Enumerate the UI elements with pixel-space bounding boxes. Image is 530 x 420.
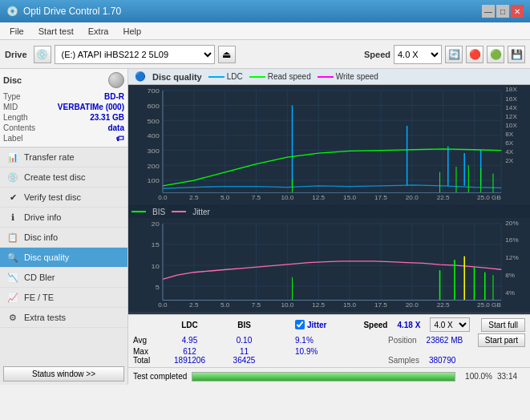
sidebar-item-extra-tests[interactable]: ⚙ Extra tests (0, 308, 127, 328)
stats-avg-row: Avg 4.95 0.10 9.1% Position 23862 MB Sta… (133, 333, 525, 347)
svg-text:16X: 16X (505, 95, 517, 102)
svg-rect-60 (128, 218, 530, 312)
menu-extra[interactable]: Extra (82, 25, 115, 38)
verify-test-label: Verify test disc (24, 192, 81, 202)
save-button[interactable]: 💾 (508, 46, 525, 63)
position-label: Position (388, 336, 417, 345)
titlebar: 💿 Opti Drive Control 1.70 — □ ✕ (0, 0, 530, 22)
svg-text:10X: 10X (505, 122, 517, 128)
svg-text:2X: 2X (505, 158, 513, 164)
fe-te-label: FE / TE (24, 293, 54, 302)
svg-text:400: 400 (148, 132, 160, 139)
drive-select[interactable]: (E:) ATAPI iHBS212 2 5L09 (55, 45, 215, 64)
avg-jitter: 9.1% (295, 336, 359, 345)
refresh-button[interactable]: 🔄 (445, 46, 463, 63)
start-full-button[interactable]: Start full (481, 318, 525, 332)
max-jitter: 10.9% (295, 347, 359, 356)
svg-text:20%: 20% (505, 220, 519, 226)
settings-button1[interactable]: 🔴 (466, 46, 483, 63)
sidebar-item-disc-quality[interactable]: 🔍 Disc quality (0, 248, 127, 268)
disc-contents-row: Contents data (3, 123, 124, 133)
disc-contents-label: Contents (3, 123, 35, 132)
titlebar-controls: — □ ✕ (482, 5, 524, 18)
start-part-button[interactable]: Start part (478, 333, 525, 347)
svg-text:200: 200 (148, 162, 160, 169)
eject-button[interactable]: ⏏ (218, 46, 236, 63)
svg-text:15: 15 (152, 241, 160, 248)
legend-ldc-label: LDC (227, 72, 243, 81)
position-val: 23862 MB (427, 336, 463, 345)
svg-text:22.5: 22.5 (437, 194, 450, 200)
content-area: 🔵 Disc quality LDC Read speed Write spee… (128, 69, 530, 385)
chart1-svg: 700 600 500 400 300 200 100 18X 16X 14X … (128, 85, 530, 204)
sidebar-item-fe-te[interactable]: 📈 FE / TE (0, 288, 127, 308)
svg-text:600: 600 (148, 103, 160, 110)
create-test-icon: 💿 (6, 171, 19, 184)
sidebar-item-verify-test[interactable]: ✔ Verify test disc (0, 188, 127, 208)
chart-title: Disc quality (152, 72, 202, 82)
sidebar-item-disc-info[interactable]: 📋 Disc info (0, 228, 127, 248)
minimize-button[interactable]: — (482, 5, 495, 18)
disc-mid-label: MID (3, 103, 18, 111)
sidebar: Disc Type BD-R MID VERBATIMe (000) Lengt… (0, 69, 128, 385)
svg-text:12.5: 12.5 (312, 194, 325, 200)
avg-ldc: 4.95 (164, 336, 216, 345)
disc-label-row: Label 🏷 (3, 133, 124, 143)
svg-text:7.5: 7.5 (252, 302, 261, 309)
disc-length-value: 23.31 GB (90, 113, 124, 122)
svg-text:2.5: 2.5 (189, 302, 198, 309)
disc-info-icon: 📋 (6, 231, 19, 244)
svg-text:2.5: 2.5 (189, 194, 198, 200)
legend-write-speed-color (318, 76, 334, 78)
disc-length-label: Length (3, 113, 28, 122)
svg-text:20.0: 20.0 (406, 302, 419, 309)
sidebar-item-cd-bler[interactable]: 📉 CD Bler (0, 268, 127, 288)
jitter-checkbox[interactable] (295, 320, 305, 329)
svg-text:4%: 4% (505, 289, 515, 296)
menu-help[interactable]: Help (116, 25, 148, 38)
close-button[interactable]: ✕ (511, 5, 524, 18)
svg-text:300: 300 (148, 147, 160, 155)
legend-write-speed: Write speed (318, 72, 378, 81)
cd-bler-icon: 📉 (6, 271, 19, 284)
menu-file[interactable]: File (3, 25, 30, 38)
svg-text:14X: 14X (505, 104, 517, 111)
svg-text:0.0: 0.0 (158, 194, 167, 200)
svg-text:5: 5 (156, 283, 160, 290)
svg-text:500: 500 (148, 117, 160, 124)
svg-text:700: 700 (148, 87, 160, 95)
charts-area: 700 600 500 400 300 200 100 18X 16X 14X … (128, 85, 530, 314)
legend-read-speed-label: Read speed (268, 72, 311, 81)
disc-label-value: 🏷 (116, 134, 124, 143)
sidebar-item-create-test[interactable]: 💿 Create test disc (0, 168, 127, 188)
speed-avg-val: 4.18 X (397, 321, 420, 329)
total-label: Total (133, 356, 157, 365)
speed-stats-label: Speed (363, 321, 387, 329)
sidebar-item-drive-info[interactable]: ℹ Drive info (0, 208, 127, 228)
sidebar-item-transfer-rate[interactable]: 📊 Transfer rate (0, 147, 127, 168)
svg-text:17.5: 17.5 (374, 302, 387, 309)
jitter-header: Jitter (307, 321, 326, 329)
disc-quality-icon: 🔵 (135, 71, 146, 82)
chart2-svg: 20 15 10 5 20% 16% 12% 8% 4% 0.0 2.5 5.0 (128, 218, 530, 312)
total-bis: 36425 (222, 356, 266, 365)
status-window-button[interactable]: Status window >> (3, 366, 124, 382)
menu-start-test[interactable]: Start test (32, 25, 80, 38)
drive-icon: 💿 (34, 46, 51, 63)
maximize-button[interactable]: □ (496, 5, 509, 18)
chart-header: 🔵 Disc quality LDC Read speed Write spee… (128, 69, 530, 85)
svg-text:20: 20 (152, 220, 160, 228)
svg-text:10: 10 (152, 262, 160, 269)
speed-dropdown[interactable]: 4.0 X (430, 317, 470, 332)
bis-header: BIS (222, 321, 266, 329)
drive-label: Drive (5, 50, 27, 59)
legend-ldc: LDC (208, 72, 243, 81)
speed-select[interactable]: 4.0 X (394, 45, 442, 64)
app-icon: 💿 (6, 6, 18, 17)
settings-button2[interactable]: 🟢 (487, 46, 504, 63)
fe-te-icon: 📈 (6, 291, 19, 304)
transfer-rate-label: Transfer rate (24, 152, 75, 162)
legend-ldc-color (208, 76, 225, 78)
titlebar-title: 💿 Opti Drive Control 1.70 (6, 6, 121, 17)
svg-text:100: 100 (148, 177, 160, 184)
